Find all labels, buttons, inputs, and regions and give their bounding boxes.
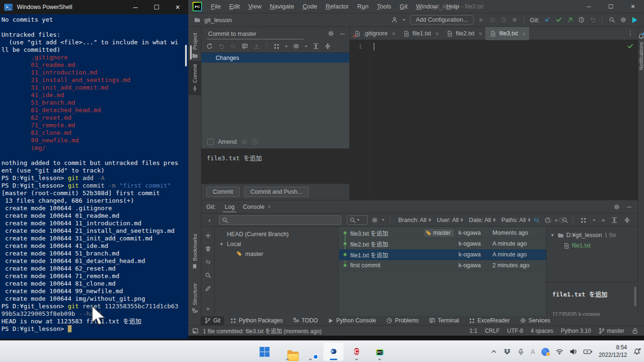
commit-message-view[interactable]: file1.txt を追加 11235835 k-ogawa bbox=[547, 282, 638, 316]
branch-head-row[interactable]: HEAD (Current Branch) bbox=[215, 229, 338, 239]
sidebar-item-bookmarks[interactable]: Bookmarks bbox=[188, 230, 201, 273]
tab-close-icon[interactable]: × bbox=[267, 204, 271, 210]
inspections-ok-icon[interactable] bbox=[627, 43, 634, 49]
menu-item-edit[interactable]: Edit bbox=[225, 3, 244, 10]
commit-message-input[interactable]: file3.txt を追加 bbox=[201, 148, 349, 184]
volume-icon[interactable] bbox=[570, 348, 577, 355]
add-icon[interactable] bbox=[205, 232, 211, 239]
status-message[interactable]: 1 file committed: file3.txt を追加 (moments… bbox=[203, 327, 322, 335]
search-branch-icon[interactable] bbox=[205, 272, 211, 279]
menu-item-view[interactable]: View bbox=[244, 3, 266, 10]
menu-item-git[interactable]: Git bbox=[395, 3, 412, 10]
notification-bell-icon[interactable] bbox=[633, 348, 642, 355]
project-name[interactable]: git_lesson bbox=[204, 16, 232, 24]
lock-icon[interactable] bbox=[632, 328, 638, 334]
maximize-icon[interactable]: ☐ bbox=[600, 0, 622, 13]
ime-indicator[interactable]: A bbox=[531, 348, 535, 355]
toolwindow-button-git[interactable]: Git bbox=[201, 316, 224, 325]
log-panel-settings-icon[interactable] bbox=[613, 204, 620, 210]
rollback-icon[interactable] bbox=[218, 43, 225, 49]
menu-item-file[interactable]: File bbox=[207, 3, 225, 10]
more-icon[interactable]: » bbox=[206, 305, 209, 312]
tray-app-icon[interactable] bbox=[541, 348, 549, 356]
terminal-output[interactable]: No commits yet Untracked files: (use "gi… bbox=[0, 14, 188, 339]
hide-icon[interactable]: ─ bbox=[340, 30, 345, 37]
minimize-icon[interactable]: ─ bbox=[578, 0, 600, 13]
commit-button[interactable]: Commit bbox=[206, 187, 240, 197]
details-root-row[interactable]: ▼ D:¥git_lesson 1 file bbox=[547, 230, 638, 240]
git-commit-icon[interactable] bbox=[555, 16, 562, 23]
history-icon[interactable] bbox=[578, 16, 585, 23]
toolwindow-button-python-packages[interactable]: Python Packages bbox=[226, 316, 286, 325]
menu-item-navigate[interactable]: Navigate bbox=[266, 3, 298, 10]
commit-row[interactable]: first commitk-ogawa2 minutes ago bbox=[339, 260, 546, 271]
toolwindow-button-todo[interactable]: TODO bbox=[289, 316, 322, 325]
close-icon[interactable]: ✕ bbox=[622, 0, 644, 13]
shelve-icon[interactable] bbox=[253, 43, 260, 49]
menu-item-tools[interactable]: Tools bbox=[373, 3, 395, 10]
preview-diff-icon[interactable] bbox=[293, 43, 299, 49]
status-item-python-3-10[interactable]: Python 3.10 bbox=[561, 328, 591, 334]
tab-close-icon[interactable]: × bbox=[522, 30, 526, 37]
cherry-pick-icon[interactable] bbox=[205, 259, 211, 265]
navigate-selection-icon[interactable] bbox=[533, 217, 539, 223]
wifi-icon[interactable] bbox=[555, 348, 564, 355]
collapse-all-icon[interactable] bbox=[624, 217, 630, 223]
tab-log[interactable]: Log bbox=[220, 201, 239, 213]
toolwindow-button-python-console[interactable]: Python Console bbox=[324, 316, 380, 325]
taskbar-explorer-button[interactable] bbox=[277, 342, 298, 361]
more-actions-icon[interactable]: » bbox=[602, 217, 605, 223]
menu-item-run[interactable]: Run bbox=[353, 3, 373, 10]
tab-close-icon[interactable]: × bbox=[392, 30, 395, 37]
collapse-left-icon[interactable]: ‹ bbox=[204, 216, 215, 224]
clock[interactable]: 8:54 2022/12/12 bbox=[599, 344, 627, 359]
toolwindow-button-problems[interactable]: Problems bbox=[382, 316, 423, 325]
commit-settings-icon[interactable] bbox=[328, 30, 334, 37]
toolwindow-button-excelreader[interactable]: ExcelReader bbox=[465, 316, 514, 325]
user-icon[interactable] bbox=[391, 16, 398, 23]
delete-icon[interactable] bbox=[205, 246, 211, 252]
hide-icon[interactable]: ─ bbox=[627, 203, 631, 210]
more-tabs-icon[interactable]: ⋮ bbox=[627, 29, 633, 37]
cherry-pick-icon[interactable] bbox=[230, 43, 236, 49]
status-item-1-1[interactable]: 1:1 bbox=[469, 328, 477, 334]
show-diff-icon[interactable] bbox=[242, 43, 248, 49]
expand-all-icon[interactable] bbox=[313, 43, 319, 49]
commit-row[interactable]: file3.txt を追加masterk-ogawaMoments ago bbox=[339, 228, 546, 239]
tab-close-icon[interactable]: × bbox=[479, 30, 483, 37]
go-to-hash-input[interactable] bbox=[347, 215, 368, 225]
taskbar-powershell-button[interactable]: >_ bbox=[323, 342, 344, 361]
group-by-icon[interactable] bbox=[274, 43, 280, 49]
taskbar-start-button[interactable] bbox=[254, 342, 275, 361]
tab-close-icon[interactable]: × bbox=[435, 30, 439, 37]
commit-row[interactable]: file2.txt を追加k-ogawaA minute ago bbox=[339, 239, 546, 249]
sidebar-item-notifications[interactable]: Notifications bbox=[638, 30, 644, 74]
tab-file1-txt[interactable]: file1.txt× bbox=[399, 27, 442, 40]
close-icon[interactable]: ✕ bbox=[167, 0, 188, 14]
branch-master-row[interactable]: master bbox=[215, 249, 338, 259]
sidebar-item-commit[interactable]: Commit bbox=[188, 61, 201, 95]
branch-group-local[interactable]: ▼Local bbox=[215, 239, 338, 249]
taskbar-chrome-button[interactable] bbox=[300, 342, 321, 361]
status-item-utf-8[interactable]: UTF-8 bbox=[507, 328, 523, 334]
filter-paths[interactable]: Paths: All bbox=[501, 217, 531, 223]
collapse-all-icon[interactable] bbox=[324, 43, 331, 49]
tray-overflow-icon[interactable] bbox=[491, 348, 497, 355]
ide-gradient-icon[interactable] bbox=[631, 16, 638, 24]
search-everywhere-icon[interactable] bbox=[609, 16, 615, 23]
rename-icon[interactable] bbox=[205, 285, 211, 292]
taskbar-camtasia-button[interactable]: C bbox=[346, 342, 367, 361]
debug-icon[interactable] bbox=[489, 16, 496, 23]
history-icon[interactable] bbox=[558, 217, 565, 223]
microphone-icon[interactable] bbox=[517, 348, 524, 355]
powershell-titlebar[interactable]: >_ Windows PowerShell ─ ☐ ✕ bbox=[0, 0, 188, 14]
terminal-scrollbar[interactable] bbox=[185, 45, 187, 66]
commit-and-push-button[interactable]: Commit and Push... bbox=[244, 187, 309, 197]
rollback-icon[interactable] bbox=[589, 16, 596, 23]
group-by-icon[interactable] bbox=[580, 217, 587, 223]
splitter-handle[interactable] bbox=[190, 45, 192, 59]
tab-console[interactable]: Console× bbox=[239, 201, 275, 213]
tab-file3-txt[interactable]: file3.txt× bbox=[485, 27, 529, 40]
scrollbar-thumb[interactable] bbox=[634, 287, 636, 306]
stop-icon[interactable] bbox=[512, 17, 517, 23]
